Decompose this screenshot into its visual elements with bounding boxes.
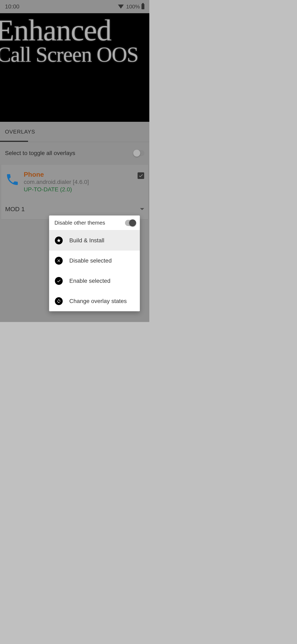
- disable-other-themes-switch[interactable]: [125, 220, 136, 226]
- wifi-icon: [118, 4, 124, 9]
- popup-item-label: Build & Install: [69, 237, 104, 244]
- popup-item-disable-selected[interactable]: Disable selected: [49, 250, 140, 271]
- popup-header: Disable other themes: [49, 216, 140, 230]
- star-icon: [55, 236, 63, 244]
- close-icon: [55, 257, 63, 264]
- popup-item-build-install[interactable]: Build & Install: [49, 230, 140, 250]
- battery-percentage: 100%: [126, 4, 140, 10]
- status-right: 100%: [118, 4, 145, 10]
- popup-item-label: Disable selected: [69, 258, 112, 264]
- popup-item-label: Change overlay states: [69, 298, 127, 304]
- popup-item-label: Enable selected: [69, 278, 110, 284]
- popup-header-label: Disable other themes: [54, 220, 105, 226]
- sync-icon: [55, 297, 63, 305]
- popup-item-enable-selected[interactable]: Enable selected: [49, 271, 140, 291]
- status-bar: 10:00 100%: [0, 0, 149, 13]
- popup-item-change-overlay-states[interactable]: Change overlay states: [49, 291, 140, 311]
- status-time: 10:00: [5, 3, 19, 10]
- battery-icon: [141, 4, 144, 9]
- check-icon: [55, 277, 63, 285]
- popup-menu: Disable other themes Build & Install Dis…: [49, 216, 140, 311]
- switch-thumb: [129, 220, 136, 226]
